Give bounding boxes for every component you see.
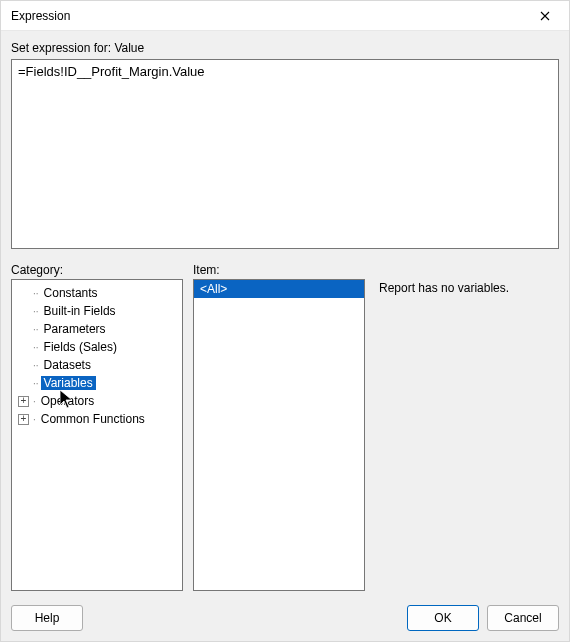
tree-connector-icon: ·	[33, 396, 36, 407]
window-title: Expression	[11, 9, 525, 23]
tree-connector-icon: ·	[33, 414, 36, 425]
item-column: Item: <All>	[193, 263, 365, 591]
tree-connector-icon: ··	[33, 378, 39, 389]
tree-connector-icon: ··	[33, 342, 39, 353]
lower-panels: Category: ·· Constants ·· Built-in Field…	[11, 263, 559, 591]
category-label: Category:	[11, 263, 183, 277]
close-button[interactable]	[525, 2, 565, 30]
category-tree[interactable]: ·· Constants ·· Built-in Fields ·· Param…	[11, 279, 183, 591]
tree-connector-icon: ··	[33, 360, 39, 371]
tree-node-variables[interactable]: ·· Variables	[14, 374, 180, 392]
tree-connector-icon: ··	[33, 306, 39, 317]
button-row: Help OK Cancel	[1, 597, 569, 641]
item-label: Item:	[193, 263, 365, 277]
cancel-button[interactable]: Cancel	[487, 605, 559, 631]
category-column: Category: ·· Constants ·· Built-in Field…	[11, 263, 183, 591]
expand-icon[interactable]: +	[18, 396, 29, 407]
tree-node-common-functions[interactable]: +· Common Functions	[14, 410, 180, 428]
expression-input[interactable]	[11, 59, 559, 249]
titlebar: Expression	[1, 1, 569, 31]
expand-icon[interactable]: +	[18, 414, 29, 425]
tree-node-operators[interactable]: +· Operators	[14, 392, 180, 410]
item-list[interactable]: <All>	[193, 279, 365, 591]
tree-node-builtin[interactable]: ·· Built-in Fields	[14, 302, 180, 320]
description-column: Report has no variables.	[375, 263, 559, 591]
item-all[interactable]: <All>	[194, 280, 364, 298]
tree-node-parameters[interactable]: ·· Parameters	[14, 320, 180, 338]
set-expression-label: Set expression for: Value	[11, 41, 559, 55]
tree-connector-icon: ··	[33, 288, 39, 299]
help-button[interactable]: Help	[11, 605, 83, 631]
ok-button[interactable]: OK	[407, 605, 479, 631]
tree-connector-icon: ··	[33, 324, 39, 335]
tree-node-constants[interactable]: ·· Constants	[14, 284, 180, 302]
description-text: Report has no variables.	[375, 281, 559, 295]
tree-node-datasets[interactable]: ·· Datasets	[14, 356, 180, 374]
dialog-content: Set expression for: Value Category: ·· C…	[1, 31, 569, 597]
tree-node-fields[interactable]: ·· Fields (Sales)	[14, 338, 180, 356]
close-icon	[540, 11, 550, 21]
